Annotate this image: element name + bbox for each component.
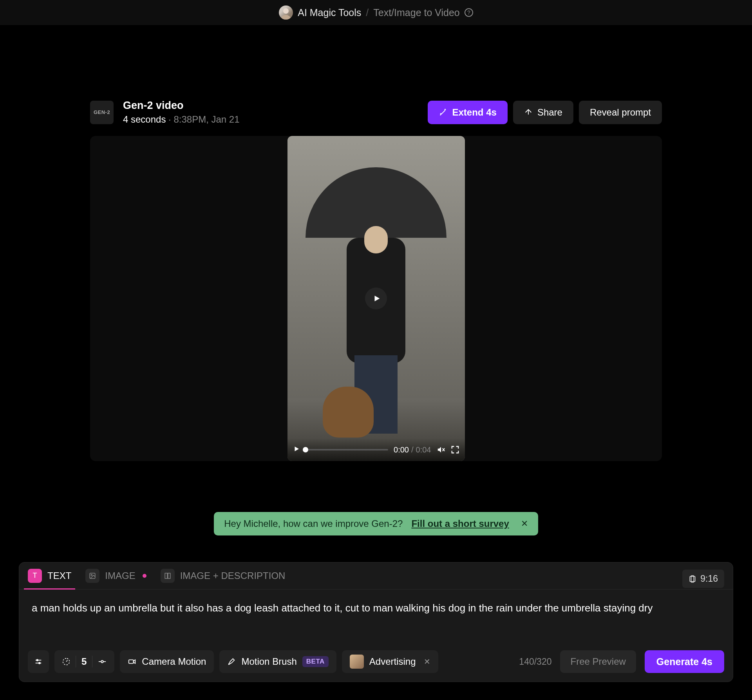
video-header: GEN-2 Gen-2 video 4 seconds · 8:38PM, Ja… [90, 99, 662, 125]
camera-motion-button[interactable]: Camera Motion [120, 650, 214, 673]
svg-point-5 [91, 574, 92, 575]
mute-icon[interactable] [437, 445, 445, 454]
survey-close-icon[interactable]: ✕ [521, 519, 528, 529]
breadcrumb-separator: / [366, 7, 369, 18]
reveal-prompt-button[interactable]: Reveal prompt [579, 101, 662, 124]
prompt-panel: T TEXT IMAGE IMAGE + DESCRIPTION 9:16 a [19, 562, 733, 682]
beta-badge: BETA [302, 656, 329, 667]
seed-value: 5 [81, 656, 87, 667]
char-counter: 140/320 [519, 657, 551, 667]
fullscreen-icon[interactable] [451, 445, 459, 454]
svg-point-0 [283, 8, 289, 14]
survey-message: Hey Michelle, how can we improve Gen-2? [224, 518, 403, 529]
tab-text[interactable]: T TEXT [28, 569, 71, 589]
video-title: Gen-2 video [123, 99, 240, 112]
video-frame[interactable]: 0:00 / 0:04 [287, 136, 465, 461]
play-button-center[interactable] [365, 288, 387, 309]
svg-point-13 [39, 662, 40, 664]
video-duration: 4 seconds [123, 114, 166, 125]
gauge-icon [62, 658, 70, 666]
seed-control[interactable]: 5 [54, 650, 114, 673]
aspect-ratio-badge[interactable]: 9:16 [682, 570, 724, 588]
wand-icon [439, 108, 447, 117]
survey-banner: Hey Michelle, how can we improve Gen-2? … [214, 512, 538, 535]
svg-point-1 [281, 15, 291, 20]
svg-rect-16 [129, 660, 134, 663]
svg-rect-8 [690, 576, 695, 581]
indicator-dot [143, 574, 146, 578]
svg-rect-7 [168, 573, 170, 579]
time-display: 0:00 / 0:04 [394, 445, 431, 454]
generate-button[interactable]: Generate 4s [645, 650, 724, 673]
image-icon [85, 569, 99, 583]
svg-point-12 [36, 660, 38, 661]
sliders-icon [34, 657, 43, 666]
free-preview-button[interactable]: Free Preview [560, 650, 636, 673]
image-desc-icon [161, 569, 175, 583]
style-thumbnail [350, 655, 364, 669]
svg-rect-6 [165, 573, 167, 579]
video-meta: 4 seconds · 8:38PM, Jan 21 [123, 114, 240, 125]
video-controls: 0:00 / 0:04 [287, 438, 465, 461]
model-badge: GEN-2 [90, 101, 114, 124]
motion-brush-button[interactable]: Motion Brush BETA [219, 650, 336, 673]
svg-point-15 [101, 660, 104, 663]
share-button[interactable]: Share [513, 101, 573, 124]
tab-image-description[interactable]: IMAGE + DESCRIPTION [161, 569, 286, 589]
settings-button[interactable] [28, 650, 49, 673]
remove-style-icon[interactable]: ✕ [424, 657, 430, 666]
video-player-area: 0:00 / 0:04 [90, 136, 662, 461]
share-icon [524, 108, 533, 117]
camera-icon [128, 657, 136, 666]
progress-bar[interactable] [306, 449, 389, 450]
breadcrumb-app[interactable]: AI Magic Tools [298, 7, 361, 18]
interpolate-icon [98, 659, 107, 664]
style-chip[interactable]: Advertising ✕ [342, 650, 438, 673]
tab-image[interactable]: IMAGE [85, 569, 146, 589]
avatar[interactable] [279, 5, 293, 20]
top-bar: AI Magic Tools / Text/Image to Video ? [0, 0, 752, 25]
extend-button[interactable]: Extend 4s [428, 101, 507, 124]
text-icon: T [28, 569, 42, 583]
play-button[interactable] [293, 445, 300, 454]
survey-link[interactable]: Fill out a short survey [411, 518, 509, 529]
aspect-icon [689, 575, 696, 583]
video-timestamp: 8:38PM, Jan 21 [174, 114, 239, 125]
breadcrumb-page[interactable]: Text/Image to Video [373, 7, 460, 18]
help-icon[interactable]: ? [465, 8, 473, 17]
brush-icon [227, 657, 236, 666]
